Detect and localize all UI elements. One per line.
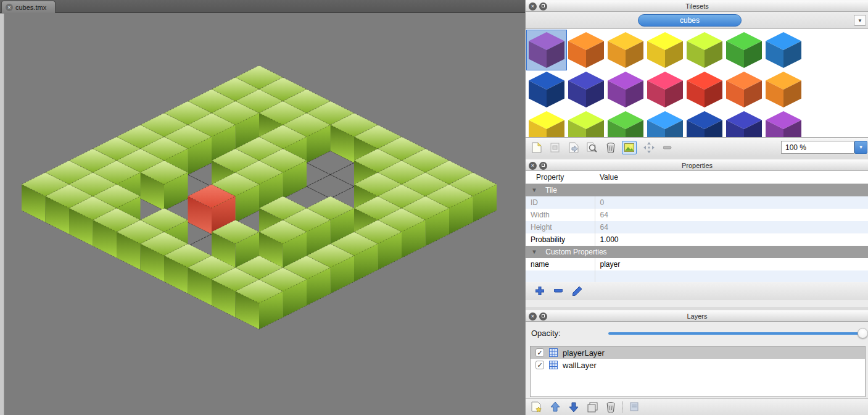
new-tileset-icon[interactable] [529,141,544,154]
toolbar-separator [622,401,622,413]
layers-panel-header: × Layers [526,310,868,322]
opacity-slider-handle[interactable] [858,328,868,338]
tilesets-panel-header: × Tilesets [526,0,868,12]
tileset-tab-cubes[interactable]: cubes [638,14,742,27]
tileset-view[interactable] [526,29,868,138]
properties-panel: × Properties Property Value ▼ Tile ID 0 … [526,159,868,307]
tileset-tab-bar: cubes ▼ [526,12,868,29]
chevron-down-icon[interactable]: ▾ [854,141,867,154]
chevron-down-icon[interactable]: ▼ [854,15,866,26]
property-row[interactable]: Probability 1.000 [526,233,868,246]
tilesets-panel: × Tilesets cubes ▼ [526,0,868,156]
layers-panel: × Layers Opacity: ✓ playerLayer✓ wallLay… [526,310,868,415]
property-value[interactable]: 0 [595,196,868,209]
layer-name: wallLayer [563,361,597,370]
tileset-tile-15[interactable] [566,109,606,138]
group-label: Custom Properties [545,248,606,256]
tab-label: cubes.tmx [15,4,46,11]
properties-panel-header: × Properties [526,159,868,171]
tileset-tile-14[interactable] [527,109,566,138]
properties-table[interactable]: Property Value ▼ Tile ID 0 Width 64 Heig… [526,171,868,300]
duplicate-layer-icon[interactable] [585,400,600,414]
tileset-tile-19[interactable] [724,109,764,138]
tileset-tile-0[interactable] [527,30,566,70]
property-name: Height [526,221,595,233]
move-tileset-icon[interactable] [642,141,656,154]
add-property-icon[interactable] [533,284,547,298]
remove-tileset-icon[interactable] [660,141,675,154]
layer-list[interactable]: ✓ playerLayer✓ wallLayer [530,346,866,397]
tileset-tile-13[interactable] [764,70,803,109]
tileset-tile-8[interactable] [566,70,606,109]
opacity-label: Opacity: [531,329,561,338]
tile-layer-icon [549,361,558,369]
tileset-tile-16[interactable] [606,109,645,138]
lower-layer-icon[interactable] [566,400,581,414]
tileset-tile-18[interactable] [685,109,724,138]
tileset-zoom-combobox[interactable]: 100 % ▾ [781,141,867,154]
column-header-property: Property [526,171,595,184]
embed-tileset-icon[interactable] [548,141,563,154]
tileset-tile-17[interactable] [645,109,685,138]
property-group-row[interactable]: ▼ Tile [526,184,868,196]
properties-toolbar [526,282,868,300]
tileset-tile-10[interactable] [645,70,685,109]
property-name: name [526,258,595,270]
layer-row-wallLayer[interactable]: ✓ wallLayer [531,359,865,371]
edit-tileset-icon[interactable] [585,141,600,154]
property-row[interactable]: ID 0 [526,196,868,209]
property-value[interactable]: 64 [595,209,868,221]
tileset-tile-7[interactable] [527,70,566,109]
property-group-row[interactable]: ▼ Custom Properties [526,246,868,258]
properties-table-body: ▼ Tile ID 0 Width 64 Height 64 Probabili… [526,184,868,283]
collapse-triangle-icon[interactable]: ▼ [531,248,537,255]
export-tileset-icon[interactable] [566,141,581,154]
tileset-tile-9[interactable] [606,70,645,109]
zoom-value[interactable]: 100 % [781,141,854,154]
right-dock: × Tilesets cubes ▼ [525,0,868,415]
collapse-triangle-icon[interactable]: ▼ [531,187,537,193]
layer-visibility-checkbox[interactable]: ✓ [535,361,544,369]
remove-property-icon[interactable] [552,284,565,298]
opacity-slider[interactable] [608,332,862,335]
document-tab-bar: × cubes.tmx [0,0,525,13]
property-value[interactable]: 1.000 [595,233,868,246]
property-name: Probability [526,233,595,246]
delete-layer-icon[interactable] [603,400,618,414]
new-layer-icon[interactable] [529,400,544,414]
tileset-tile-11[interactable] [685,70,724,109]
layer-properties-icon[interactable] [627,400,642,414]
layer-row-playerLayer[interactable]: ✓ playerLayer [531,346,865,359]
tileset-tile-4[interactable] [685,30,724,70]
panel-title: Layers [526,312,868,320]
map-canvas[interactable] [0,14,525,415]
tileset-tile-2[interactable] [606,30,645,70]
layer-visibility-checkbox[interactable]: ✓ [535,348,544,357]
raise-layer-icon[interactable] [548,400,563,414]
tileset-image-icon[interactable] [622,141,637,154]
tileset-tile-5[interactable] [724,30,764,70]
close-tab-icon[interactable]: × [6,4,13,11]
empty-property-row[interactable] [526,270,868,283]
delete-tileset-icon[interactable] [603,141,618,154]
tileset-tile-3[interactable] [645,30,685,70]
column-header-value: Value [595,171,868,184]
tile-layer-icon [549,348,558,357]
tileset-tile-12[interactable] [724,70,764,109]
property-name: Width [526,209,595,221]
property-row[interactable]: name player [526,258,868,270]
property-name: ID [526,196,595,209]
property-row[interactable]: Height 64 [526,221,868,233]
isometric-map[interactable] [0,14,525,415]
layers-toolbar [526,398,868,415]
tileset-tile-6[interactable] [764,30,803,70]
edit-property-icon[interactable] [570,284,584,298]
tileset-tile-20[interactable] [764,109,803,138]
panel-title: Properties [526,162,868,169]
property-row[interactable]: Width 64 [526,209,868,221]
property-value[interactable]: 64 [595,221,868,233]
tileset-tile-1[interactable] [566,30,606,70]
tab-cubes-tmx[interactable]: × cubes.tmx [1,1,56,13]
layer-name: playerLayer [563,348,605,358]
property-value[interactable]: player [595,258,868,270]
